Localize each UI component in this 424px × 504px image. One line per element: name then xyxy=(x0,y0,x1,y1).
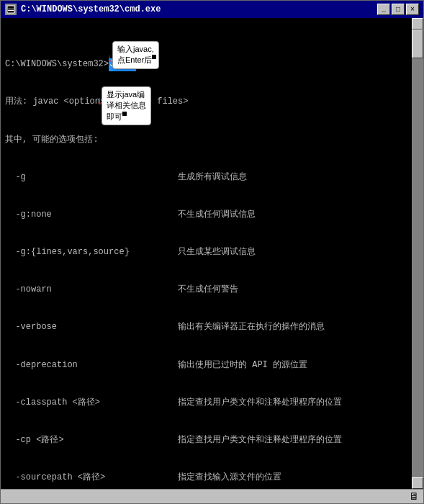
titlebar-left: C:\WINDOWS\system32\cmd.exe xyxy=(5,4,161,15)
opt-g-lines: -g:{lines,vars,source}只生成某些调试信息 xyxy=(5,246,419,258)
opt-classpath: -classpath <路径>指定查找用户类文件和注释处理程序的位置 xyxy=(5,397,419,409)
header-path: C:\WINDOWS\system32> xyxy=(5,58,109,71)
console-area: C:\WINDOWS\system32>JAVAC 用法: javac <opt… xyxy=(1,18,423,489)
annotation-bubble-1: 输入javac,点Enter后 xyxy=(112,41,159,69)
scrollbar-thumb[interactable] xyxy=(412,30,423,58)
opt-g: -g生成所有调试信息 xyxy=(5,171,419,184)
scrollbar-track[interactable] xyxy=(412,30,423,477)
window: C:\WINDOWS\system32\cmd.exe _ □ × C:\WIN… xyxy=(0,0,424,504)
svg-rect-2 xyxy=(8,10,14,11)
usage-line: 用法: javac <options> <source files> xyxy=(5,96,419,108)
close-button[interactable]: × xyxy=(406,4,419,15)
scroll-up-button[interactable]: ▲ xyxy=(412,18,423,30)
maximize-button[interactable]: □ xyxy=(392,4,405,15)
status-bar: 🖥 xyxy=(1,489,423,503)
opt-sourcepath: -sourcepath <路径>指定查找输入源文件的位置 xyxy=(5,472,419,484)
svg-rect-1 xyxy=(8,9,14,9)
titlebar: C:\WINDOWS\system32\cmd.exe _ □ × xyxy=(1,1,423,18)
options-header-line: 其中, 可能的选项包括: xyxy=(5,134,419,146)
scrollbar[interactable]: ▲ ▼ xyxy=(412,18,423,489)
minimize-button[interactable]: _ xyxy=(377,4,390,15)
titlebar-controls: _ □ × xyxy=(377,4,419,15)
opt-nowarn: -nowarn不生成任何警告 xyxy=(5,284,419,296)
header-line: C:\WINDOWS\system32>JAVAC xyxy=(5,58,419,71)
titlebar-icon xyxy=(5,4,17,15)
opt-cp: -cp <路径>指定查找用户类文件和注释处理程序的位置 xyxy=(5,434,419,446)
scroll-down-button[interactable]: ▼ xyxy=(412,477,423,489)
opt-g-none: -g:none不生成任何调试信息 xyxy=(5,209,419,221)
arrow-icon-2: ↓ xyxy=(96,95,104,108)
opt-deprecation: -deprecation输出使用已过时的 API 的源位置 xyxy=(5,359,419,372)
annotation-bubble-2: 显示java编译相关信息即可 xyxy=(102,86,151,125)
status-icon: 🖥 xyxy=(409,491,419,503)
arrow-icon-1: ↓ xyxy=(107,53,114,66)
opt-verbose: -verbose输出有关编译器正在执行的操作的消息 xyxy=(5,321,419,333)
titlebar-title: C:\WINDOWS\system32\cmd.exe xyxy=(21,4,161,14)
console-content: C:\WINDOWS\system32>JAVAC 用法: javac <opt… xyxy=(5,21,419,489)
